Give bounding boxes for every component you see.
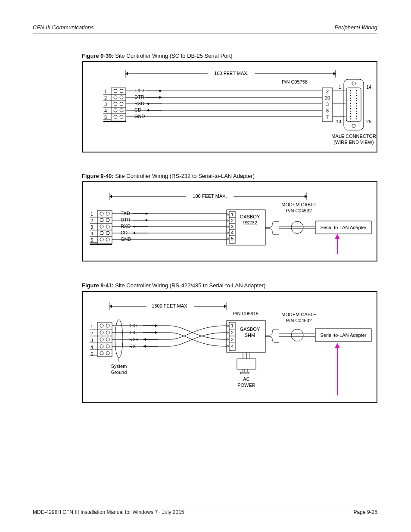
d2-lp4: 4 xyxy=(90,231,93,236)
diag3-span: 1500 FEET MAX. xyxy=(152,303,188,308)
diag3-pn: P/N C05618 xyxy=(233,311,258,316)
svg-point-55 xyxy=(356,103,357,104)
svg-point-66 xyxy=(350,118,351,119)
d2-lp5: 5 xyxy=(90,237,93,243)
d2-s5: GND xyxy=(121,236,131,242)
d3-lp5: 5 xyxy=(90,352,93,357)
d1-s2: DTR xyxy=(134,94,144,100)
d3-mp4: 4 xyxy=(231,344,234,349)
page-rule-top xyxy=(33,34,377,34)
d3-ac2: POWER xyxy=(237,383,255,388)
d2-mp1: 1 xyxy=(231,212,234,217)
svg-point-64 xyxy=(350,116,351,117)
d3-lp4: 4 xyxy=(90,345,93,350)
svg-point-48 xyxy=(350,95,351,96)
d2-mp3: 3 xyxy=(231,224,234,229)
svg-point-125 xyxy=(291,221,303,233)
d2-s4: CD xyxy=(121,230,128,235)
d2-lp3: 3 xyxy=(90,224,93,230)
d2-mp5: 5 xyxy=(231,236,234,241)
diag1-span: 100 FEET MAX. xyxy=(214,71,248,76)
d2-modem-l1: MODEM CABLE xyxy=(281,202,316,207)
diag3-left-terminal xyxy=(97,322,112,357)
figure-2-title: Site Controller Wiring (RS-232 to Serial… xyxy=(115,173,255,179)
svg-rect-41 xyxy=(344,79,364,130)
d2-mp2: 2 xyxy=(231,218,234,223)
d2-box1-l2: RS232 xyxy=(243,220,257,225)
d1-rp1: 2 xyxy=(326,89,329,94)
svg-rect-174 xyxy=(237,359,256,369)
svg-rect-6 xyxy=(111,88,126,121)
footer-right: Page 9-25 xyxy=(354,509,377,515)
d1-rp2: 20 xyxy=(325,95,330,100)
figure-3-caption: Figure 9-41: Site Controller Wiring (RS-… xyxy=(82,282,265,289)
figure-2-label: Figure 9-40: xyxy=(82,173,115,179)
d3-box1-l2: SHM xyxy=(245,333,255,338)
figure-1-frame: 100 FEET MAX. P/N C05758 1 2 3 4 5 TXD xyxy=(82,61,377,152)
d2-s2: DTR xyxy=(121,217,131,222)
svg-point-60 xyxy=(350,111,351,112)
diag2-left-terminal xyxy=(97,211,112,244)
d1-rp5: 7 xyxy=(326,115,329,120)
svg-point-46 xyxy=(350,93,351,93)
d2-s3: RXD xyxy=(121,224,131,229)
svg-rect-78 xyxy=(97,211,112,244)
svg-point-63 xyxy=(356,113,357,114)
d2-adapter: Serial-to-LAN Adapter xyxy=(321,225,367,230)
svg-point-53 xyxy=(356,100,357,101)
figure-3-frame: 1500 FEET MAX. P/N C05618 1 2 3 4 5 Syst… xyxy=(82,291,377,403)
d2-mp4: 4 xyxy=(231,230,234,235)
header-left: CFN III Communications xyxy=(33,24,94,31)
svg-rect-181 xyxy=(240,372,249,374)
d3-box1-l1: GASBOY xyxy=(240,327,260,332)
d1-lp5: 5 xyxy=(104,115,107,120)
d2-s1: TXD xyxy=(121,211,130,216)
d3-lp3: 3 xyxy=(90,338,93,343)
d1-s1: TXD xyxy=(134,88,144,93)
d1-conn-cap1: MALE CONNECTOR xyxy=(331,134,376,139)
d1-lp2: 2 xyxy=(104,95,107,100)
svg-point-42 xyxy=(352,82,355,85)
d3-mp2: 2 xyxy=(231,330,234,335)
d2-modem-l2: P/N C04532 xyxy=(286,208,312,213)
svg-point-50 xyxy=(350,98,351,99)
figure-2-svg: 100 FEET MAX. 1 2 3 4 5 TXD DTR RXD CD xyxy=(83,182,378,262)
svg-point-47 xyxy=(356,93,357,93)
d3-adapter: Serial-to-LAN Adapter xyxy=(321,333,367,338)
svg-point-51 xyxy=(356,98,357,99)
d3-sysgnd2: Ground xyxy=(111,370,127,375)
d1-s5: GND xyxy=(134,114,145,119)
svg-point-44 xyxy=(350,90,351,91)
svg-point-49 xyxy=(356,95,357,96)
d1-rp4: 8 xyxy=(326,108,329,113)
svg-marker-187 xyxy=(335,343,340,348)
d3-mp1: 1 xyxy=(231,323,234,328)
svg-marker-128 xyxy=(335,234,340,239)
svg-point-61 xyxy=(356,111,357,112)
figure-2-frame: 100 FEET MAX. 1 2 3 4 5 TXD DTR RXD CD xyxy=(82,181,377,261)
d3-modem-l2: P/N C04532 xyxy=(286,318,312,323)
svg-point-54 xyxy=(350,103,351,104)
footer-left: MDE-4298H CFN III Installation Manual fo… xyxy=(33,509,184,515)
figure-1-caption: Figure 9-39: Site Controller Wiring (SC … xyxy=(82,53,233,59)
d1-s4: CD xyxy=(134,107,141,112)
svg-point-58 xyxy=(350,108,351,109)
svg-point-59 xyxy=(356,108,357,109)
svg-point-62 xyxy=(350,113,351,114)
diag1-left-terminal xyxy=(111,88,126,121)
d1-conn-br: 25 xyxy=(366,119,371,124)
header-right: Peripheral Wiring xyxy=(334,24,377,31)
d1-s3: RXD xyxy=(134,101,144,106)
d1-lp3: 3 xyxy=(104,102,107,107)
d2-lp1: 1 xyxy=(90,212,93,217)
d1-rp3: 3 xyxy=(326,102,329,107)
d1-lp1: 1 xyxy=(104,89,107,94)
d3-lp1: 1 xyxy=(90,324,93,329)
svg-point-68 xyxy=(350,121,351,122)
svg-rect-135 xyxy=(97,322,112,357)
svg-point-56 xyxy=(350,106,351,106)
d3-sysgnd1: System xyxy=(111,364,127,369)
d1-conn-tl: 1 xyxy=(339,84,341,90)
svg-point-184 xyxy=(291,329,303,341)
figure-1-svg: 100 FEET MAX. P/N C05758 1 2 3 4 5 TXD xyxy=(83,62,378,153)
